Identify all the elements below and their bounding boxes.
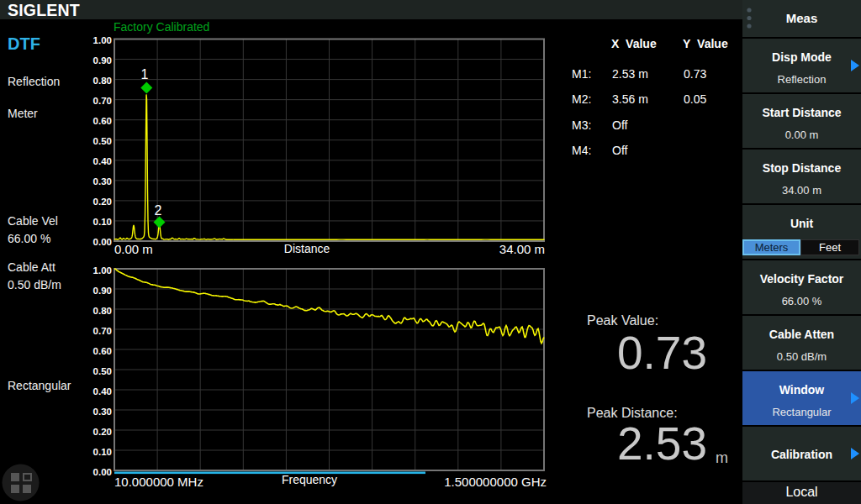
- svg-text:1: 1: [141, 67, 149, 81]
- svg-text:2: 2: [155, 203, 162, 218]
